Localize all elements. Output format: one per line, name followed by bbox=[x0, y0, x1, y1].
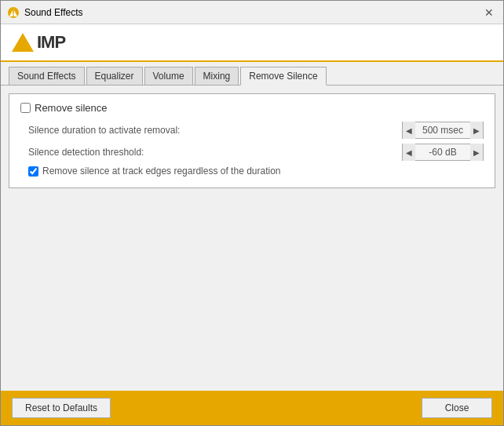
close-button[interactable]: Close bbox=[422, 398, 492, 418]
duration-value: 500 msec bbox=[415, 125, 470, 136]
edges-checkbox-row: Remove silence at track edges regardless… bbox=[20, 166, 484, 177]
edges-label: Remove silence at track edges regardless… bbox=[42, 166, 281, 177]
tab-mixing[interactable]: Mixing bbox=[195, 67, 239, 85]
tab-sound-effects[interactable]: Sound Effects bbox=[9, 67, 85, 85]
remove-silence-panel: Remove silence Silence duration to activ… bbox=[9, 93, 495, 188]
svg-text:!: ! bbox=[12, 7, 15, 19]
logo-triangle-icon bbox=[12, 33, 34, 52]
duration-decrement-button[interactable]: ◀ bbox=[403, 122, 415, 139]
threshold-spinner[interactable]: ◀ -60 dB ▶ bbox=[402, 144, 484, 161]
tab-volume[interactable]: Volume bbox=[144, 67, 193, 85]
reset-defaults-button[interactable]: Reset to Defaults bbox=[12, 398, 111, 418]
threshold-decrement-button[interactable]: ◀ bbox=[403, 144, 415, 161]
threshold-increment-button[interactable]: ▶ bbox=[470, 144, 483, 161]
panel-legend: Remove silence bbox=[20, 102, 484, 114]
threshold-field-row: Silence detection threshold: ◀ -60 dB ▶ bbox=[20, 144, 484, 161]
logo: IMP bbox=[12, 32, 65, 53]
window-title: Sound Effects bbox=[24, 7, 481, 18]
duration-label: Silence duration to activate removal: bbox=[28, 125, 180, 136]
remove-silence-checkbox-label[interactable]: Remove silence bbox=[20, 102, 108, 114]
threshold-label: Silence detection threshold: bbox=[28, 147, 144, 158]
title-bar: ! Sound Effects ✕ bbox=[1, 1, 503, 24]
threshold-value: -60 dB bbox=[415, 147, 470, 158]
duration-spinner[interactable]: ◀ 500 msec ▶ bbox=[402, 122, 484, 139]
tabs-bar: Sound Effects Equalizer Volume Mixing Re… bbox=[1, 62, 503, 86]
close-icon[interactable]: ✕ bbox=[481, 5, 497, 20]
edges-checkbox[interactable] bbox=[28, 166, 38, 177]
content-area: Remove silence Silence duration to activ… bbox=[1, 86, 503, 391]
logo-text: IMP bbox=[37, 32, 65, 53]
app-icon: ! bbox=[7, 6, 20, 19]
remove-silence-checkbox[interactable] bbox=[20, 103, 31, 113]
footer-bar: Reset to Defaults Close bbox=[1, 391, 503, 425]
tab-remove-silence[interactable]: Remove Silence bbox=[240, 67, 326, 86]
logo-bar: IMP bbox=[1, 24, 503, 62]
tab-equalizer[interactable]: Equalizer bbox=[86, 67, 143, 85]
duration-field-row: Silence duration to activate removal: ◀ … bbox=[20, 122, 484, 139]
main-window: ! Sound Effects ✕ IMP Sound Effects Equa… bbox=[0, 0, 504, 426]
remove-silence-label: Remove silence bbox=[35, 102, 108, 114]
duration-increment-button[interactable]: ▶ bbox=[470, 122, 483, 139]
